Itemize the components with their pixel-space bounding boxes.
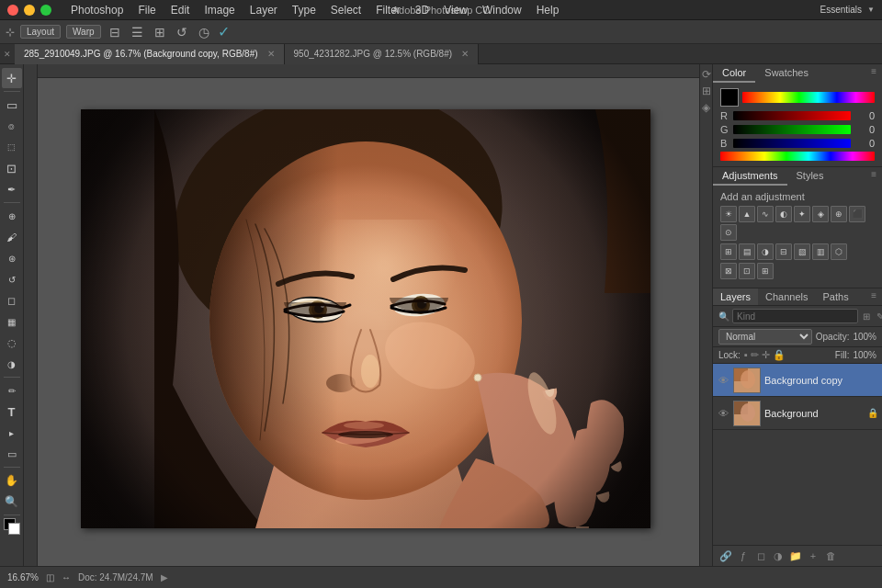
r-bar[interactable] — [733, 111, 851, 120]
clone-tool[interactable]: ⊛ — [2, 248, 22, 268]
layer-visibility-2[interactable]: 👁 — [717, 407, 729, 420]
shape-tool[interactable]: ▭ — [2, 444, 22, 464]
levels-icon[interactable]: ▲ — [739, 206, 755, 222]
adjustments-tab[interactable]: Adjustments — [713, 167, 787, 186]
tab-2-close[interactable]: ✕ — [461, 49, 469, 59]
adjustment-layer-button[interactable]: ◑ — [771, 548, 786, 563]
chevron-down-icon[interactable]: ▼ — [867, 6, 875, 14]
menu-file[interactable]: File — [131, 2, 162, 18]
layout-button[interactable]: Layout — [20, 25, 61, 39]
color-lookup-icon[interactable]: ▤ — [739, 243, 755, 260]
gradient-map-icon[interactable]: ▥ — [812, 243, 829, 260]
canvas-area[interactable] — [24, 64, 699, 566]
curves-icon[interactable]: ∿ — [757, 206, 774, 222]
pen-tool[interactable]: ✏ — [2, 380, 22, 401]
lock-all-icon[interactable]: 🔒 — [773, 349, 786, 361]
menu-help[interactable]: Help — [530, 2, 566, 18]
blur-tool[interactable]: ◌ — [2, 333, 22, 353]
swatches-tab[interactable]: Swatches — [755, 64, 818, 83]
menu-type[interactable]: Type — [286, 2, 322, 18]
lasso-tool[interactable]: ⌾ — [2, 116, 22, 136]
layer-item-background-copy[interactable]: 👁 Background copy — [713, 364, 882, 397]
layers-tab[interactable]: Layers — [713, 288, 758, 305]
maximize-button[interactable] — [40, 5, 51, 16]
paths-tab[interactable]: Paths — [816, 288, 856, 305]
lock-position-icon[interactable]: ✛ — [762, 349, 770, 361]
gradient-tool[interactable]: ▦ — [2, 311, 22, 332]
side-icon-2[interactable]: ⊞ — [702, 85, 711, 97]
layer-item-background[interactable]: 👁 Background 🔒 — [713, 397, 882, 430]
opacity-value[interactable]: 100% — [853, 332, 876, 342]
warp-button[interactable]: Warp — [66, 25, 101, 39]
menu-view[interactable]: View — [437, 2, 474, 18]
selective-color-icon[interactable]: ⬡ — [831, 243, 847, 260]
menu-edit[interactable]: Edit — [164, 2, 197, 18]
exposure-icon[interactable]: ◐ — [775, 206, 792, 222]
brush-tool[interactable]: 🖌 — [2, 227, 22, 247]
delete-layer-button[interactable]: 🗑 — [823, 548, 838, 563]
new-layer-button[interactable]: + — [806, 548, 820, 563]
menu-layer[interactable]: Layer — [243, 2, 284, 18]
tab-1[interactable]: 285_2910049.JPG @ 16.7% (Background copy… — [15, 44, 285, 64]
grid-icon-1[interactable]: ⊟ — [107, 25, 123, 40]
link-layers-button[interactable]: 🔗 — [718, 548, 733, 563]
add-style-button[interactable]: ƒ — [736, 548, 751, 563]
color-tab[interactable]: Color — [713, 64, 755, 83]
vibrance-icon[interactable]: ✦ — [794, 206, 810, 222]
zoom-level[interactable]: 16.67% — [7, 572, 39, 582]
status-arrow[interactable]: ▶ — [161, 572, 168, 582]
eraser-tool[interactable]: ◻ — [2, 290, 22, 311]
layers-kind-input[interactable] — [732, 309, 858, 323]
tab-close-global[interactable]: ✕ — [0, 50, 15, 59]
adjustments-collapse[interactable]: ≡ — [865, 167, 882, 186]
layers-opt-1[interactable]: ⊞ — [861, 311, 872, 322]
hand-tool[interactable]: ✋ — [2, 470, 22, 491]
workspace-selector[interactable]: Essentials — [820, 5, 863, 15]
lock-transparent-icon[interactable]: ▪ — [744, 349, 748, 361]
hue-bar[interactable] — [720, 152, 875, 161]
layers-opt-2[interactable]: ✎ — [875, 311, 882, 322]
channel-mixer-icon[interactable]: ⊞ — [720, 243, 737, 260]
g-bar[interactable] — [733, 125, 851, 134]
confirm-button[interactable]: ✓ — [218, 23, 230, 40]
menu-photoshop[interactable]: Photoshop — [64, 2, 130, 18]
threshold-icon[interactable]: ▧ — [794, 243, 810, 260]
color-swatch[interactable] — [4, 518, 20, 535]
blend-mode-select[interactable]: Normal — [718, 329, 812, 345]
brightness-contrast-icon[interactable]: ☀ — [720, 206, 737, 222]
rotate-view-icon[interactable]: ⟳ — [702, 68, 711, 81]
menu-image[interactable]: Image — [198, 2, 241, 18]
lock-image-icon[interactable]: ✏ — [751, 349, 759, 361]
color-picker-swatch[interactable] — [720, 88, 739, 107]
menu-3d[interactable]: 3D — [409, 2, 435, 18]
path-select-tool[interactable]: ▸ — [2, 423, 22, 443]
marquee-tool[interactable]: ▭ — [2, 95, 22, 115]
adj-icon-b[interactable]: ⊡ — [739, 263, 755, 279]
photo-filter-icon[interactable]: ⊙ — [720, 224, 737, 241]
move-tool[interactable]: ✛ — [2, 68, 22, 88]
b-value[interactable]: 0 — [854, 138, 875, 149]
g-value[interactable]: 0 — [854, 124, 875, 135]
tab-1-close[interactable]: ✕ — [267, 49, 275, 59]
menu-select[interactable]: Select — [324, 2, 368, 18]
channels-tab[interactable]: Channels — [758, 288, 815, 305]
layers-collapse[interactable]: ≡ — [865, 288, 882, 305]
menu-filter[interactable]: Filter — [369, 2, 407, 18]
menu-window[interactable]: Window — [476, 2, 528, 18]
close-button[interactable] — [7, 5, 18, 16]
eyedropper-tool[interactable]: ✒ — [2, 179, 22, 199]
add-mask-button[interactable]: ◻ — [753, 548, 768, 563]
healing-tool[interactable]: ⊕ — [2, 206, 22, 226]
hsl-icon[interactable]: ◈ — [812, 206, 829, 222]
minimize-button[interactable] — [24, 5, 35, 16]
invert-icon[interactable]: ◑ — [757, 243, 774, 260]
color-balance-icon[interactable]: ⊕ — [831, 206, 847, 222]
dodge-tool[interactable]: ◑ — [2, 354, 22, 374]
group-layers-button[interactable]: 📁 — [788, 548, 803, 563]
background-color[interactable] — [8, 523, 20, 535]
color-panel-collapse[interactable]: ≡ — [865, 64, 882, 83]
crop-tool[interactable]: ⊡ — [2, 158, 22, 178]
clock-icon[interactable]: ◷ — [196, 25, 212, 40]
history-brush-tool[interactable]: ↺ — [2, 269, 22, 289]
adj-icon-a[interactable]: ⊠ — [720, 263, 737, 279]
